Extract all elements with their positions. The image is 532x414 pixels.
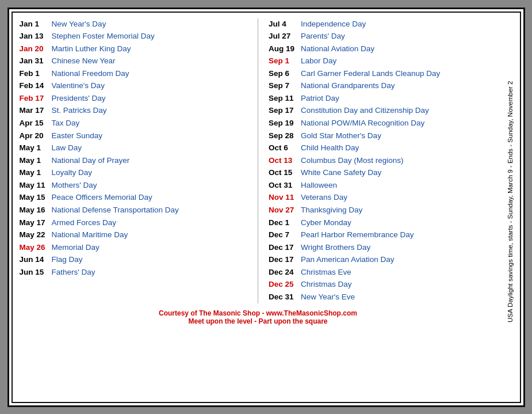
holiday-date: Jul 27 <box>269 31 301 42</box>
holiday-name: Halloween <box>301 180 337 191</box>
list-item: Oct 6Child Health Day <box>269 142 497 154</box>
holiday-date: Jan 31 <box>20 55 52 67</box>
list-item: May 1Law Day <box>20 142 248 154</box>
holiday-date: Sep 7 <box>269 80 301 92</box>
list-item: Jul 4Independence Day <box>269 18 497 30</box>
holiday-date: Dec 31 <box>269 291 301 303</box>
holiday-name: St. Patricks Day <box>52 105 107 116</box>
list-item: Dec 17Wright Brothers Day <box>269 242 497 253</box>
list-item: Jan 20Martin Luther King Day <box>20 43 248 55</box>
holiday-name: White Cane Safety Day <box>301 167 381 178</box>
holiday-name: Independence Day <box>301 18 366 30</box>
holiday-name: Pearl Harbor Remembrance Day <box>301 229 414 241</box>
list-item: Nov 27Thanksgiving Day <box>269 204 497 216</box>
right-column: Jul 4Independence DayJul 27Parents' DayA… <box>263 18 497 304</box>
holiday-name: Chinese New Year <box>52 55 116 67</box>
left-column: Jan 1New Year's DayJan 13Stephen Foster … <box>20 18 254 304</box>
holiday-date: Dec 25 <box>269 279 301 290</box>
holiday-date: May 17 <box>20 217 52 229</box>
list-item: Feb 17Presidents' Day <box>20 93 248 104</box>
list-item: Dec 31New Year's Eve <box>269 291 497 303</box>
list-item: Sep 17Constitution Day and Citizenship D… <box>269 105 497 116</box>
list-item: Oct 15White Cane Safety Day <box>269 167 497 178</box>
holiday-name: National Defense Transportation Day <box>52 204 179 216</box>
list-item: Jan 1New Year's Day <box>20 18 248 30</box>
holiday-date: Oct 15 <box>269 167 301 178</box>
list-item: Oct 13Columbus Day (Most regions) <box>269 155 497 166</box>
holiday-date: May 1 <box>20 142 52 154</box>
list-item: May 15Peace Officers Memorial Day <box>20 192 248 203</box>
holiday-date: Jan 1 <box>20 18 52 30</box>
holiday-name: Cyber Monday <box>301 217 351 229</box>
holiday-date: May 26 <box>20 242 52 253</box>
holiday-name: Stephen Foster Memorial Day <box>52 31 155 42</box>
holiday-date: May 15 <box>20 192 52 203</box>
holiday-name: Flag Day <box>52 254 83 265</box>
holiday-name: Presidents' Day <box>52 93 106 104</box>
holiday-date: Dec 24 <box>269 267 301 278</box>
list-item: Jun 14Flag Day <box>20 254 248 265</box>
holiday-name: National Maritime Day <box>52 229 128 241</box>
list-item: Jun 15Fathers' Day <box>20 267 248 278</box>
holiday-date: Mar 17 <box>20 105 52 116</box>
holiday-name: Veterans Day <box>301 192 347 203</box>
holiday-date: Dec 7 <box>269 229 301 241</box>
holiday-name: Pan American Aviation Day <box>301 254 395 265</box>
holiday-date: May 1 <box>20 167 52 178</box>
holiday-date: Dec 1 <box>269 217 301 229</box>
list-item: Dec 17Pan American Aviation Day <box>269 254 497 265</box>
holiday-name: Thanksgiving Day <box>301 204 362 216</box>
holiday-name: Christmas Day <box>301 279 352 290</box>
list-item: Mar 17St. Patricks Day <box>20 105 248 116</box>
list-item: May 22National Maritime Day <box>20 229 248 241</box>
holiday-name: National Aviation Day <box>301 43 374 55</box>
holiday-date: Nov 11 <box>269 192 301 203</box>
holiday-date: Oct 6 <box>269 142 301 154</box>
holiday-name: Gold Star Mother's Day <box>301 130 381 142</box>
holiday-name: Martin Luther King Day <box>52 43 131 55</box>
holiday-name: Easter Sunday <box>52 130 103 142</box>
list-item: May 17Armed Forces Day <box>20 217 248 229</box>
footer-line2: Meet upon the level - Part upon the squa… <box>20 317 497 325</box>
holiday-date: Feb 1 <box>20 68 52 79</box>
holiday-date: Jan 13 <box>20 31 52 42</box>
list-item: May 11Mothers' Day <box>20 180 248 191</box>
holiday-date: Dec 17 <box>269 254 301 265</box>
holiday-date: Apr 15 <box>20 117 52 129</box>
holiday-name: National POW/MIA Recognition Day <box>301 117 424 129</box>
holiday-name: Labor Day <box>301 55 336 67</box>
list-item: Dec 7Pearl Harbor Remembrance Day <box>269 229 497 241</box>
holiday-date: Jun 14 <box>20 254 52 265</box>
list-item: Aug 19National Aviation Day <box>269 43 497 55</box>
holiday-name: Parents' Day <box>301 31 345 42</box>
holiday-name: Tax Day <box>52 117 80 129</box>
holiday-name: Peace Officers Memorial Day <box>52 192 152 203</box>
list-item: Jan 31Chinese New Year <box>20 55 248 67</box>
list-item: Feb 14Valentine's Day <box>20 80 248 92</box>
content-area: Jan 1New Year's DayJan 13Stephen Foster … <box>20 18 497 304</box>
holiday-date: Apr 20 <box>20 130 52 142</box>
holiday-date: Sep 19 <box>269 117 301 129</box>
list-item: May 1National Day of Prayer <box>20 155 248 166</box>
holiday-date: Oct 13 <box>269 155 301 166</box>
holiday-date: Sep 1 <box>269 55 301 67</box>
holiday-name: Fathers' Day <box>52 267 95 278</box>
holiday-date: May 1 <box>20 155 52 166</box>
holiday-date: Sep 6 <box>269 68 301 79</box>
holiday-name: Mothers' Day <box>52 180 97 191</box>
holiday-name: Christmas Eve <box>301 267 351 278</box>
holiday-name: National Freedom Day <box>52 68 129 79</box>
list-item: Sep 28Gold Star Mother's Day <box>269 130 497 142</box>
holiday-date: Nov 27 <box>269 204 301 216</box>
list-item: Sep 6Carl Garner Federal Lands Cleanup D… <box>269 68 497 79</box>
list-item: Sep 19National POW/MIA Recognition Day <box>269 117 497 129</box>
list-item: Jan 13Stephen Foster Memorial Day <box>20 31 248 42</box>
footer: Courtesy of The Masonic Shop - www.TheMa… <box>20 309 497 325</box>
list-item: Sep 11Patriot Day <box>269 93 497 104</box>
holiday-name: Wright Brothers Day <box>301 242 370 253</box>
holiday-name: New Year's Eve <box>301 291 355 303</box>
holiday-name: Columbus Day (Most regions) <box>301 155 404 166</box>
list-item: Oct 31Halloween <box>269 180 497 191</box>
main-container: USA Daylight savings time, starts - Sund… <box>7 7 525 407</box>
holiday-name: Memorial Day <box>52 242 99 253</box>
